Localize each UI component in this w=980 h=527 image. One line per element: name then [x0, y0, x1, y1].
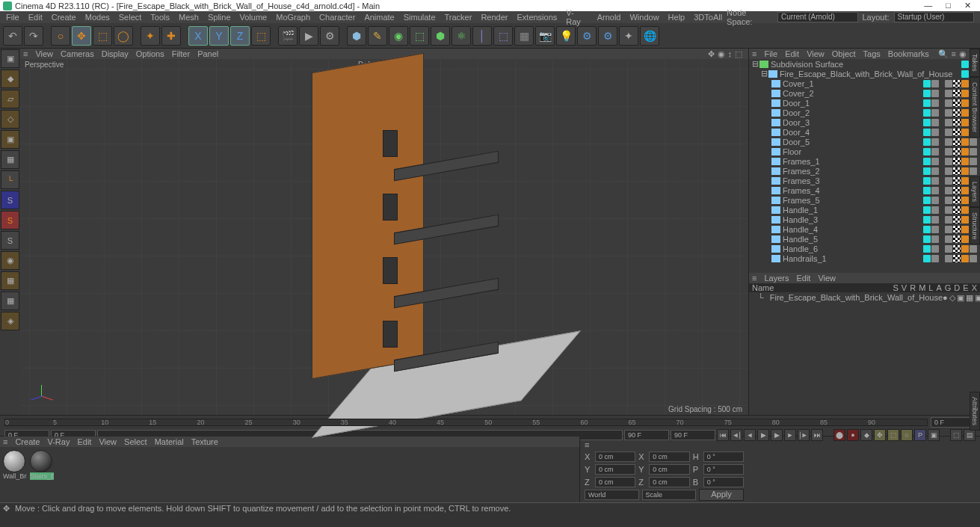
mmenu-view[interactable]: View [99, 437, 117, 446]
nav-icon[interactable]: ✥ [708, 49, 715, 59]
vmenu-panel[interactable]: Panel [197, 49, 218, 58]
material-wall[interactable]: Wall_Bric [3, 450, 27, 480]
obj-handle[interactable]: ≡ [752, 49, 756, 58]
size-x[interactable]: 0 cm [649, 452, 689, 462]
field-button[interactable]: │ [472, 26, 492, 46]
lay-handle[interactable]: ≡ [752, 274, 756, 283]
obj-Door_5[interactable]: Door_5 [749, 137, 980, 147]
dolly-icon[interactable]: ↕ [728, 49, 733, 59]
lmenu-edit[interactable]: Edit [796, 274, 810, 283]
menu-tracker[interactable]: Tracker [440, 13, 477, 22]
menu-volume[interactable]: Volume [235, 13, 272, 22]
camera-button[interactable]: 📷 [535, 26, 555, 46]
coord-system-button[interactable]: ⬚ [251, 26, 271, 46]
array-button[interactable]: ⬢ [431, 26, 450, 46]
menu-window[interactable]: Window [625, 13, 663, 22]
render-settings-button[interactable]: ⚙ [320, 26, 339, 46]
tab-content[interactable]: Content Browser [970, 77, 980, 138]
obj-Door_4[interactable]: Door_4 [749, 127, 980, 137]
model-mode[interactable]: ▣ [1, 49, 19, 68]
rot-h[interactable]: 0 ° [703, 452, 744, 462]
layout-select[interactable]: Startup (User) [894, 12, 974, 22]
redo-button[interactable]: ↷ [24, 26, 43, 46]
pen-tool-button[interactable]: ✎ [368, 26, 387, 46]
texture-mode[interactable]: ◆ [1, 70, 19, 88]
menu-file[interactable]: File [1, 13, 24, 22]
xpresso-button[interactable]: ⚙ [598, 26, 617, 46]
search-icon[interactable]: 🔍 [938, 49, 949, 59]
material-stairs[interactable]: Stairs_Bl [30, 450, 54, 480]
omenu-file[interactable]: File [764, 49, 777, 58]
omenu-tags[interactable]: Tags [863, 49, 881, 58]
coord-scale[interactable]: Scale [642, 490, 697, 500]
y-axis-button[interactable]: Y [209, 26, 229, 46]
menu-mograph[interactable]: MoGraph [271, 13, 315, 22]
viewport-solo[interactable]: ▦ [1, 292, 19, 310]
menu-extensions[interactable]: Extensions [512, 13, 561, 22]
workplane-button[interactable]: S [1, 231, 19, 250]
omenu-object[interactable]: Object [832, 49, 856, 58]
light-button[interactable]: 💡 [556, 26, 576, 46]
lmenu-view[interactable]: View [818, 274, 836, 283]
obj-Handle_4[interactable]: Handle_4 [749, 224, 980, 234]
undo-button[interactable]: ↶ [3, 26, 22, 46]
apply-button[interactable]: Apply [699, 489, 744, 501]
filter-icon[interactable]: ≡ [952, 49, 956, 59]
obj-Frames_2[interactable]: Frames_2 [749, 166, 980, 176]
omenu-view[interactable]: View [807, 49, 825, 58]
node-space-select[interactable]: Current (Arnold) [777, 12, 857, 22]
mograph-button[interactable]: ⚛ [452, 26, 471, 46]
axis-mode[interactable]: └ [1, 170, 19, 189]
tab-takes[interactable]: Takes [970, 49, 980, 77]
omenu-bookmarks[interactable]: Bookmarks [888, 49, 929, 58]
rot-b[interactable]: 0 ° [703, 477, 744, 487]
globe-button[interactable]: 🌐 [640, 26, 659, 46]
end-frame-field[interactable]: 0 F [931, 417, 976, 428]
soft-select[interactable]: ◉ [1, 251, 19, 270]
deformer-button[interactable]: ⬚ [493, 26, 513, 46]
obj-Frames_1[interactable]: Frames_1 [749, 156, 980, 166]
mmenu-material[interactable]: Material [155, 437, 184, 446]
place-tool[interactable]: ✚ [161, 26, 181, 46]
scale-tool[interactable]: ⬚ [93, 26, 112, 46]
menu-spline[interactable]: Spline [203, 13, 235, 22]
cube-primitive-button[interactable]: ⬢ [347, 26, 366, 46]
size-z[interactable]: 0 cm [649, 477, 689, 487]
obj-Cover_2[interactable]: Cover_2 [749, 88, 980, 98]
obj-Door_1[interactable]: Door_1 [749, 98, 980, 108]
viewport-canvas[interactable]: Perspective Default Camera Grid Spacing … [20, 59, 748, 415]
obj-Frames_3[interactable]: Frames_3 [749, 176, 980, 185]
tag-button[interactable]: ✦ [619, 26, 638, 46]
x-axis-button[interactable]: X [188, 26, 208, 46]
rotate-tool[interactable]: ◯ [114, 26, 133, 46]
last-tool[interactable]: ✦ [141, 26, 160, 46]
eye-icon[interactable]: ◉ [959, 49, 967, 59]
menu-mesh[interactable]: Mesh [174, 13, 203, 22]
z-axis-button[interactable]: Z [230, 26, 250, 46]
menu-modes[interactable]: Modes [81, 13, 114, 22]
timeline-ruler[interactable]: 051015202530354045505560657075808590 [4, 419, 928, 426]
mmenu-select[interactable]: Select [124, 437, 147, 446]
render-active-button[interactable]: ▶ [299, 26, 318, 46]
pos-x[interactable]: 0 cm [595, 452, 635, 462]
obj-Frames_4[interactable]: Frames_4 [749, 185, 980, 195]
obj-Floor[interactable]: Floor [749, 147, 980, 156]
environment-button[interactable]: ▦ [514, 26, 534, 46]
obj-Handle_5[interactable]: Handle_5 [749, 234, 980, 244]
viewport-handle[interactable]: ≡ [23, 49, 28, 58]
tab-structure[interactable]: Structure [970, 207, 980, 245]
tab-layers[interactable]: Layers [970, 176, 980, 207]
locked-mode[interactable]: ◈ [1, 312, 19, 330]
tweak-mode[interactable]: ▦ [1, 271, 19, 290]
menu-edit[interactable]: Edit [24, 13, 47, 22]
menu-arnold[interactable]: Arnold [593, 13, 626, 22]
orbit-icon[interactable]: ◉ [718, 49, 725, 59]
object-tree[interactable]: ⊟ Subdivision Surface ✕ ⊟ Fire_Escape_Bl… [749, 59, 980, 273]
menu-simulate[interactable]: Simulate [399, 13, 440, 22]
subdivision-button[interactable]: ◉ [389, 26, 408, 46]
menu-animate[interactable]: Animate [360, 13, 398, 22]
obj-Frames_5[interactable]: Frames_5 [749, 195, 980, 205]
maximize-icon[interactable]: ⬚ [735, 49, 742, 59]
obj-Handle_3[interactable]: Handle_3 [749, 215, 980, 224]
python-button[interactable]: ⚙ [577, 26, 597, 46]
